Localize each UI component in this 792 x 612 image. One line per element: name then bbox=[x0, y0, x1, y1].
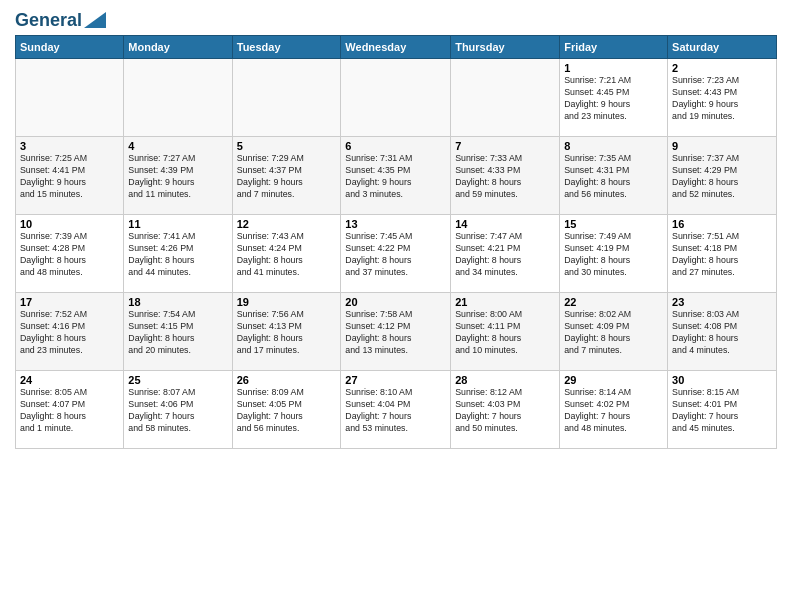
day-info: Sunrise: 7:56 AM Sunset: 4:13 PM Dayligh… bbox=[237, 309, 337, 357]
logo: General bbox=[15, 10, 106, 27]
header: General bbox=[15, 10, 777, 27]
calendar-cell: 22Sunrise: 8:02 AM Sunset: 4:09 PM Dayli… bbox=[560, 293, 668, 371]
page-container: General SundayMondayTuesdayWednesdayThur… bbox=[0, 0, 792, 612]
week-row-4: 17Sunrise: 7:52 AM Sunset: 4:16 PM Dayli… bbox=[16, 293, 777, 371]
day-number: 3 bbox=[20, 140, 119, 152]
day-number: 9 bbox=[672, 140, 772, 152]
day-number: 7 bbox=[455, 140, 555, 152]
calendar-cell bbox=[16, 59, 124, 137]
day-number: 27 bbox=[345, 374, 446, 386]
day-info: Sunrise: 7:23 AM Sunset: 4:43 PM Dayligh… bbox=[672, 75, 772, 123]
calendar-cell: 16Sunrise: 7:51 AM Sunset: 4:18 PM Dayli… bbox=[668, 215, 777, 293]
calendar-cell: 14Sunrise: 7:47 AM Sunset: 4:21 PM Dayli… bbox=[451, 215, 560, 293]
calendar-cell: 29Sunrise: 8:14 AM Sunset: 4:02 PM Dayli… bbox=[560, 371, 668, 449]
weekday-header-row: SundayMondayTuesdayWednesdayThursdayFrid… bbox=[16, 36, 777, 59]
calendar-cell: 28Sunrise: 8:12 AM Sunset: 4:03 PM Dayli… bbox=[451, 371, 560, 449]
day-number: 4 bbox=[128, 140, 227, 152]
day-number: 21 bbox=[455, 296, 555, 308]
day-info: Sunrise: 7:33 AM Sunset: 4:33 PM Dayligh… bbox=[455, 153, 555, 201]
day-number: 10 bbox=[20, 218, 119, 230]
day-info: Sunrise: 8:12 AM Sunset: 4:03 PM Dayligh… bbox=[455, 387, 555, 435]
day-number: 12 bbox=[237, 218, 337, 230]
calendar-cell: 7Sunrise: 7:33 AM Sunset: 4:33 PM Daylig… bbox=[451, 137, 560, 215]
day-number: 6 bbox=[345, 140, 446, 152]
logo-text: General bbox=[15, 10, 82, 31]
week-row-2: 3Sunrise: 7:25 AM Sunset: 4:41 PM Daylig… bbox=[16, 137, 777, 215]
day-info: Sunrise: 8:02 AM Sunset: 4:09 PM Dayligh… bbox=[564, 309, 663, 357]
day-info: Sunrise: 8:10 AM Sunset: 4:04 PM Dayligh… bbox=[345, 387, 446, 435]
day-number: 20 bbox=[345, 296, 446, 308]
day-number: 23 bbox=[672, 296, 772, 308]
day-info: Sunrise: 7:43 AM Sunset: 4:24 PM Dayligh… bbox=[237, 231, 337, 279]
day-number: 11 bbox=[128, 218, 227, 230]
calendar-cell: 8Sunrise: 7:35 AM Sunset: 4:31 PM Daylig… bbox=[560, 137, 668, 215]
day-number: 22 bbox=[564, 296, 663, 308]
svg-marker-0 bbox=[84, 12, 106, 28]
calendar-cell: 30Sunrise: 8:15 AM Sunset: 4:01 PM Dayli… bbox=[668, 371, 777, 449]
day-number: 28 bbox=[455, 374, 555, 386]
weekday-header-monday: Monday bbox=[124, 36, 232, 59]
day-number: 8 bbox=[564, 140, 663, 152]
calendar-cell: 5Sunrise: 7:29 AM Sunset: 4:37 PM Daylig… bbox=[232, 137, 341, 215]
calendar-cell: 18Sunrise: 7:54 AM Sunset: 4:15 PM Dayli… bbox=[124, 293, 232, 371]
day-info: Sunrise: 7:35 AM Sunset: 4:31 PM Dayligh… bbox=[564, 153, 663, 201]
day-number: 24 bbox=[20, 374, 119, 386]
day-number: 14 bbox=[455, 218, 555, 230]
day-info: Sunrise: 7:41 AM Sunset: 4:26 PM Dayligh… bbox=[128, 231, 227, 279]
calendar-cell bbox=[451, 59, 560, 137]
day-info: Sunrise: 8:05 AM Sunset: 4:07 PM Dayligh… bbox=[20, 387, 119, 435]
weekday-header-sunday: Sunday bbox=[16, 36, 124, 59]
calendar-cell: 24Sunrise: 8:05 AM Sunset: 4:07 PM Dayli… bbox=[16, 371, 124, 449]
calendar-cell: 3Sunrise: 7:25 AM Sunset: 4:41 PM Daylig… bbox=[16, 137, 124, 215]
day-info: Sunrise: 7:45 AM Sunset: 4:22 PM Dayligh… bbox=[345, 231, 446, 279]
day-info: Sunrise: 7:47 AM Sunset: 4:21 PM Dayligh… bbox=[455, 231, 555, 279]
day-number: 17 bbox=[20, 296, 119, 308]
weekday-header-saturday: Saturday bbox=[668, 36, 777, 59]
day-info: Sunrise: 7:51 AM Sunset: 4:18 PM Dayligh… bbox=[672, 231, 772, 279]
day-info: Sunrise: 7:54 AM Sunset: 4:15 PM Dayligh… bbox=[128, 309, 227, 357]
day-number: 26 bbox=[237, 374, 337, 386]
calendar-cell: 25Sunrise: 8:07 AM Sunset: 4:06 PM Dayli… bbox=[124, 371, 232, 449]
day-info: Sunrise: 7:31 AM Sunset: 4:35 PM Dayligh… bbox=[345, 153, 446, 201]
calendar-cell: 2Sunrise: 7:23 AM Sunset: 4:43 PM Daylig… bbox=[668, 59, 777, 137]
calendar-cell bbox=[341, 59, 451, 137]
logo-icon bbox=[84, 12, 106, 28]
day-number: 2 bbox=[672, 62, 772, 74]
calendar-cell: 6Sunrise: 7:31 AM Sunset: 4:35 PM Daylig… bbox=[341, 137, 451, 215]
calendar-cell: 11Sunrise: 7:41 AM Sunset: 4:26 PM Dayli… bbox=[124, 215, 232, 293]
day-number: 29 bbox=[564, 374, 663, 386]
day-number: 15 bbox=[564, 218, 663, 230]
week-row-3: 10Sunrise: 7:39 AM Sunset: 4:28 PM Dayli… bbox=[16, 215, 777, 293]
day-number: 1 bbox=[564, 62, 663, 74]
day-number: 13 bbox=[345, 218, 446, 230]
day-info: Sunrise: 8:07 AM Sunset: 4:06 PM Dayligh… bbox=[128, 387, 227, 435]
day-info: Sunrise: 7:21 AM Sunset: 4:45 PM Dayligh… bbox=[564, 75, 663, 123]
day-info: Sunrise: 7:29 AM Sunset: 4:37 PM Dayligh… bbox=[237, 153, 337, 201]
calendar-cell bbox=[124, 59, 232, 137]
calendar-cell: 1Sunrise: 7:21 AM Sunset: 4:45 PM Daylig… bbox=[560, 59, 668, 137]
day-info: Sunrise: 7:25 AM Sunset: 4:41 PM Dayligh… bbox=[20, 153, 119, 201]
week-row-5: 24Sunrise: 8:05 AM Sunset: 4:07 PM Dayli… bbox=[16, 371, 777, 449]
day-info: Sunrise: 8:15 AM Sunset: 4:01 PM Dayligh… bbox=[672, 387, 772, 435]
calendar-cell: 26Sunrise: 8:09 AM Sunset: 4:05 PM Dayli… bbox=[232, 371, 341, 449]
weekday-header-wednesday: Wednesday bbox=[341, 36, 451, 59]
weekday-header-tuesday: Tuesday bbox=[232, 36, 341, 59]
weekday-header-thursday: Thursday bbox=[451, 36, 560, 59]
day-number: 16 bbox=[672, 218, 772, 230]
calendar-cell: 27Sunrise: 8:10 AM Sunset: 4:04 PM Dayli… bbox=[341, 371, 451, 449]
day-info: Sunrise: 7:39 AM Sunset: 4:28 PM Dayligh… bbox=[20, 231, 119, 279]
day-number: 18 bbox=[128, 296, 227, 308]
day-info: Sunrise: 7:52 AM Sunset: 4:16 PM Dayligh… bbox=[20, 309, 119, 357]
calendar-cell: 4Sunrise: 7:27 AM Sunset: 4:39 PM Daylig… bbox=[124, 137, 232, 215]
day-number: 30 bbox=[672, 374, 772, 386]
day-number: 25 bbox=[128, 374, 227, 386]
day-info: Sunrise: 7:37 AM Sunset: 4:29 PM Dayligh… bbox=[672, 153, 772, 201]
day-number: 19 bbox=[237, 296, 337, 308]
calendar-cell: 13Sunrise: 7:45 AM Sunset: 4:22 PM Dayli… bbox=[341, 215, 451, 293]
calendar-cell: 21Sunrise: 8:00 AM Sunset: 4:11 PM Dayli… bbox=[451, 293, 560, 371]
calendar-cell: 19Sunrise: 7:56 AM Sunset: 4:13 PM Dayli… bbox=[232, 293, 341, 371]
calendar-cell: 20Sunrise: 7:58 AM Sunset: 4:12 PM Dayli… bbox=[341, 293, 451, 371]
day-info: Sunrise: 8:03 AM Sunset: 4:08 PM Dayligh… bbox=[672, 309, 772, 357]
day-info: Sunrise: 7:49 AM Sunset: 4:19 PM Dayligh… bbox=[564, 231, 663, 279]
weekday-header-friday: Friday bbox=[560, 36, 668, 59]
